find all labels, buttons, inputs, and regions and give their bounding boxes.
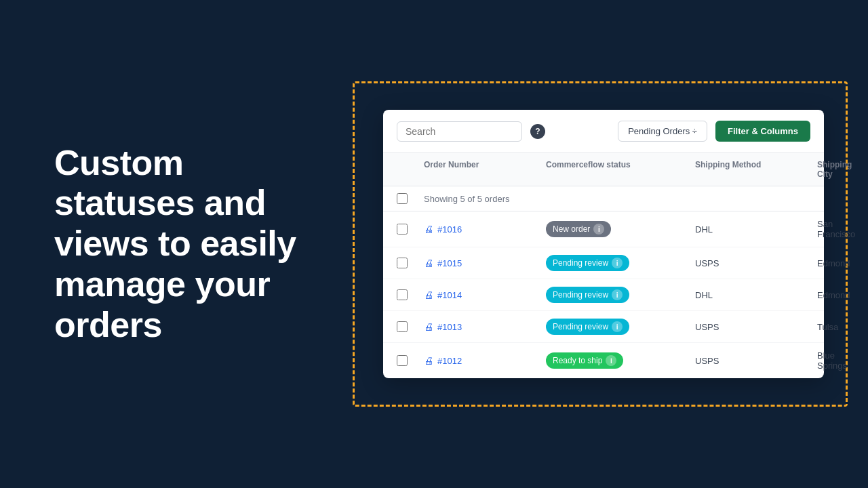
showing-text: Showing 5 of 5 orders: [424, 194, 810, 204]
help-icon[interactable]: ?: [530, 124, 545, 139]
order-link-3[interactable]: 🖨 #1013: [424, 321, 546, 332]
shipping-city-0: San Francisco: [817, 219, 855, 239]
status-badge-1: Pending review i: [546, 255, 629, 271]
shipping-city-4: Blue Springs: [817, 350, 847, 371]
shipping-city-3: Tulsa: [817, 322, 838, 332]
status-cell-1: Pending review i: [546, 255, 695, 271]
table-row: 🖨 #1013 Pending review i USPS Tulsa: [383, 311, 824, 343]
shipping-method-0: DHL: [695, 224, 817, 235]
status-cell-4: Ready to ship i: [546, 352, 695, 369]
left-section: Custom statuses and views to easily mana…: [0, 102, 353, 386]
pending-orders-dropdown[interactable]: Pending Orders ÷: [618, 121, 707, 142]
printer-icon-1: 🖨: [424, 258, 433, 268]
status-badge-2: Pending review i: [546, 287, 629, 303]
status-info-icon-0[interactable]: i: [593, 224, 604, 235]
search-box[interactable]: [397, 121, 522, 142]
printer-icon-2: 🖨: [424, 289, 433, 300]
shipping-method-4: USPS: [695, 356, 817, 366]
status-cell-3: Pending review i: [546, 319, 695, 335]
order-link-2[interactable]: 🖨 #1014: [424, 289, 546, 300]
table-row: 🖨 #1016 New order i DHL San Francisco: [383, 211, 824, 247]
status-info-icon-4[interactable]: i: [606, 355, 616, 366]
filter-columns-button[interactable]: Filter & Columns: [715, 121, 810, 142]
order-id-2[interactable]: #1014: [437, 290, 462, 300]
row-checkbox-1[interactable]: [397, 258, 408, 268]
shipping-method-3: USPS: [695, 322, 817, 332]
shipping-method-1: USPS: [695, 258, 817, 268]
select-all-checkbox[interactable]: [397, 193, 408, 204]
status-cell-2: Pending review i: [546, 287, 695, 303]
order-id-0[interactable]: #1016: [437, 224, 462, 235]
search-input[interactable]: [406, 126, 513, 137]
printer-icon-3: 🖨: [424, 321, 433, 332]
row-checkbox-0[interactable]: [397, 224, 408, 235]
order-id-3[interactable]: #1013: [437, 322, 462, 332]
showing-row: Showing 5 of 5 orders: [383, 186, 824, 211]
right-section: ? Pending Orders ÷ Filter & Columns Orde…: [353, 0, 868, 488]
card-header: ? Pending Orders ÷ Filter & Columns: [383, 110, 824, 153]
row-checkbox-3[interactable]: [397, 321, 408, 332]
shipping-city-2: Edmond: [817, 290, 850, 300]
status-cell-0: New order i: [546, 221, 695, 237]
col-shipping-city: Shipping City: [817, 160, 852, 179]
status-info-icon-2[interactable]: i: [612, 289, 623, 300]
col-order-number: Order Number: [424, 160, 546, 179]
col-shipping-method: Shipping Method: [695, 160, 817, 179]
printer-icon-4: 🖨: [424, 355, 433, 366]
order-id-1[interactable]: #1015: [437, 258, 462, 268]
headline: Custom statuses and views to easily mana…: [54, 143, 312, 346]
order-id-4[interactable]: #1012: [437, 356, 462, 366]
order-link-4[interactable]: 🖨 #1012: [424, 355, 546, 366]
status-badge-3: Pending review i: [546, 319, 629, 335]
table-row: 🖨 #1015 Pending review i USPS Edmond: [383, 247, 824, 279]
orders-card: ? Pending Orders ÷ Filter & Columns Orde…: [383, 110, 824, 378]
table-header: Order Number Commerceflow status Shippin…: [383, 153, 824, 186]
status-info-icon-3[interactable]: i: [612, 321, 623, 332]
shipping-method-2: DHL: [695, 290, 817, 300]
table-row: 🖨 #1014 Pending review i DHL Edmond: [383, 279, 824, 311]
status-info-icon-1[interactable]: i: [612, 258, 623, 268]
select-all-checkbox-cell: [397, 160, 424, 179]
order-link-1[interactable]: 🖨 #1015: [424, 258, 546, 268]
order-link-0[interactable]: 🖨 #1016: [424, 224, 546, 235]
status-badge-0: New order i: [546, 221, 611, 237]
shipping-city-1: Edmond: [817, 258, 850, 268]
printer-icon-0: 🖨: [424, 224, 433, 235]
orders-table: 🖨 #1016 New order i DHL San Francisco 🖨 …: [383, 211, 824, 378]
col-status: Commerceflow status: [546, 160, 695, 179]
table-row: 🖨 #1012 Ready to ship i USPS Blue Spring…: [383, 343, 824, 378]
status-badge-4: Ready to ship i: [546, 352, 623, 369]
row-checkbox-2[interactable]: [397, 289, 408, 300]
row-checkbox-4[interactable]: [397, 355, 408, 366]
